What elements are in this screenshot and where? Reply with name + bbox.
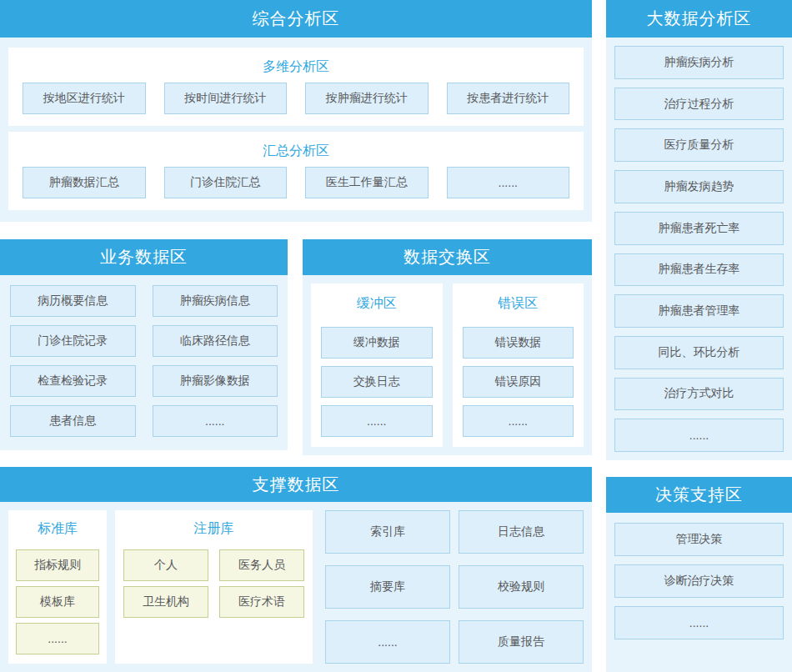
panel-error-area: 错误区 错误数据 错误原因 ...... — [453, 283, 584, 447]
box-outpatient-inpatient-summary: 门诊住院汇总 — [164, 167, 288, 198]
box-error-data: 错误数据 — [463, 327, 574, 359]
box-summary-ellipsis: ...... — [447, 167, 570, 198]
support-store-grid: 索引库 日志信息 摘要库 校验规则 ...... 质量报告 — [325, 510, 584, 664]
box-buffer-ellipsis: ...... — [321, 405, 433, 437]
box-stat-by-time: 按时间进行统计 — [164, 83, 288, 114]
box-medical-quality-analysis: 医疗质量分析 — [614, 128, 784, 162]
zone-support-body: 标准库 指标规则 模板库 ...... 注册库 个人 医务人员 卫生机构 医疗术… — [0, 502, 592, 672]
zone-support-header: 支撑数据区 — [0, 467, 592, 502]
box-diagnosis-treatment-decision: 诊断治疗决策 — [614, 564, 784, 598]
panel-standard-library: 标准库 指标规则 模板库 ...... — [8, 510, 107, 664]
zone-business-header: 业务数据区 — [0, 239, 288, 275]
box-yoy-mom-analysis: 同比、环比分析 — [614, 336, 784, 369]
zone-business-body: 病历概要信息 肿瘤疾病信息 门诊住院记录 临床路径信息 检查检验记录 肿瘤影像数… — [0, 275, 288, 450]
box-index-library: 索引库 — [325, 510, 450, 554]
zone-decision-body: 管理决策 诊断治疗决策 ...... — [606, 513, 792, 672]
zone-decision-header: 决策支持区 — [606, 477, 792, 513]
zone-comprehensive-analysis: 综合分析区 多维分析区 按地区进行统计 按时间进行统计 按肿瘤进行统计 按患者进… — [0, 0, 592, 222]
panel-multidim-title: 多维分析区 — [23, 58, 569, 76]
box-tumor-disease-info: 肿瘤疾病信息 — [153, 285, 278, 317]
box-stat-by-tumor: 按肿瘤进行统计 — [305, 83, 429, 114]
box-error-reason: 错误原因 — [463, 366, 574, 398]
box-tumor-patient-survival: 肿瘤患者生存率 — [614, 253, 784, 287]
box-outpatient-inpatient-records: 门诊住院记录 — [10, 325, 136, 357]
box-tumor-imaging-data: 肿瘤影像数据 — [153, 365, 278, 397]
box-summary-library: 摘要库 — [325, 565, 450, 609]
box-buffer-data: 缓冲数据 — [321, 327, 433, 359]
box-store-ellipsis: ...... — [325, 620, 450, 664]
zone-business-data: 业务数据区 病历概要信息 肿瘤疾病信息 门诊住院记录 临床路径信息 检查检验记录… — [0, 239, 288, 450]
panel-error-title: 错误区 — [463, 295, 574, 313]
box-bigdata-ellipsis: ...... — [614, 419, 784, 452]
zone-bigdata-header: 大数据分析区 — [606, 0, 792, 38]
box-stat-by-patient: 按患者进行统计 — [447, 83, 570, 114]
box-tumor-patient-mortality: 肿瘤患者死亡率 — [614, 212, 784, 245]
box-standard-ellipsis: ...... — [16, 623, 99, 654]
zone-comprehensive-body: 多维分析区 按地区进行统计 按时间进行统计 按肿瘤进行统计 按患者进行统计 汇总… — [0, 38, 592, 222]
box-template-library: 模板库 — [16, 586, 99, 618]
box-health-institution: 卫生机构 — [123, 586, 208, 618]
box-validation-rules: 校验规则 — [459, 565, 584, 609]
box-management-decision: 管理决策 — [614, 523, 784, 556]
zone-bigdata-analysis: 大数据分析区 肿瘤疾病分析 治疗过程分析 医疗质量分析 肿瘤发病趋势 肿瘤患者死… — [606, 0, 792, 460]
box-tumor-disease-analysis: 肿瘤疾病分析 — [614, 46, 784, 79]
zone-data-exchange: 数据交换区 缓冲区 缓冲数据 交换日志 ...... 错误区 错误数据 错误原因… — [303, 239, 592, 450]
box-exam-test-records: 检查检验记录 — [10, 365, 136, 397]
box-tumor-data-summary: 肿瘤数据汇总 — [23, 167, 146, 198]
box-medical-terminology: 医疗术语 — [219, 586, 304, 618]
box-decision-ellipsis: ...... — [614, 606, 784, 639]
zone-decision-support: 决策支持区 管理决策 诊断治疗决策 ...... — [606, 477, 792, 672]
box-business-ellipsis: ...... — [153, 405, 278, 437]
register-box-grid: 个人 医务人员 卫生机构 医疗术语 — [123, 549, 304, 618]
box-clinical-pathway-info: 临床路径信息 — [153, 325, 278, 357]
panel-buffer-title: 缓冲区 — [321, 295, 433, 313]
box-indicator-rules: 指标规则 — [16, 549, 99, 581]
panel-register-title: 注册库 — [123, 520, 304, 538]
zone-support-data: 支撑数据区 标准库 指标规则 模板库 ...... 注册库 个人 医务人员 卫生… — [0, 467, 592, 672]
multidim-box-row: 按地区进行统计 按时间进行统计 按肿瘤进行统计 按患者进行统计 — [23, 76, 569, 114]
panel-standard-title: 标准库 — [16, 520, 99, 538]
panel-summary-analysis: 汇总分析区 肿瘤数据汇总 门诊住院汇总 医生工作量汇总 ...... — [8, 132, 584, 210]
box-exchange-log: 交换日志 — [321, 366, 433, 398]
box-patient-info: 患者信息 — [10, 405, 136, 437]
box-treatment-process-analysis: 治疗过程分析 — [614, 88, 784, 121]
box-tumor-incidence-trend: 肿瘤发病趋势 — [614, 170, 784, 203]
summary-box-row: 肿瘤数据汇总 门诊住院汇总 医生工作量汇总 ...... — [23, 160, 569, 198]
box-stat-by-region: 按地区进行统计 — [23, 83, 146, 114]
box-treatment-method-comparison: 治疗方式对比 — [614, 378, 784, 411]
box-medical-staff: 医务人员 — [219, 549, 304, 581]
panel-summary-title: 汇总分析区 — [23, 143, 569, 160]
panel-register-library: 注册库 个人 医务人员 卫生机构 医疗术语 — [115, 510, 313, 664]
box-individual: 个人 — [123, 549, 208, 581]
box-doctor-workload-summary: 医生工作量汇总 — [305, 167, 429, 198]
box-tumor-patient-management: 肿瘤患者管理率 — [614, 294, 784, 328]
box-log-info: 日志信息 — [459, 510, 584, 554]
box-medical-record-summary: 病历概要信息 — [10, 285, 136, 317]
box-error-ellipsis: ...... — [463, 405, 574, 437]
zone-comprehensive-header: 综合分析区 — [0, 0, 592, 38]
panel-multidim-analysis: 多维分析区 按地区进行统计 按时间进行统计 按肿瘤进行统计 按患者进行统计 — [8, 48, 584, 126]
zone-exchange-header: 数据交换区 — [303, 239, 592, 275]
zone-bigdata-body: 肿瘤疾病分析 治疗过程分析 医疗质量分析 肿瘤发病趋势 肿瘤患者死亡率 肿瘤患者… — [606, 38, 792, 460]
box-quality-report: 质量报告 — [459, 620, 584, 664]
zone-exchange-body: 缓冲区 缓冲数据 交换日志 ...... 错误区 错误数据 错误原因 .....… — [303, 275, 592, 455]
panel-buffer-area: 缓冲区 缓冲数据 交换日志 ...... — [311, 283, 443, 447]
